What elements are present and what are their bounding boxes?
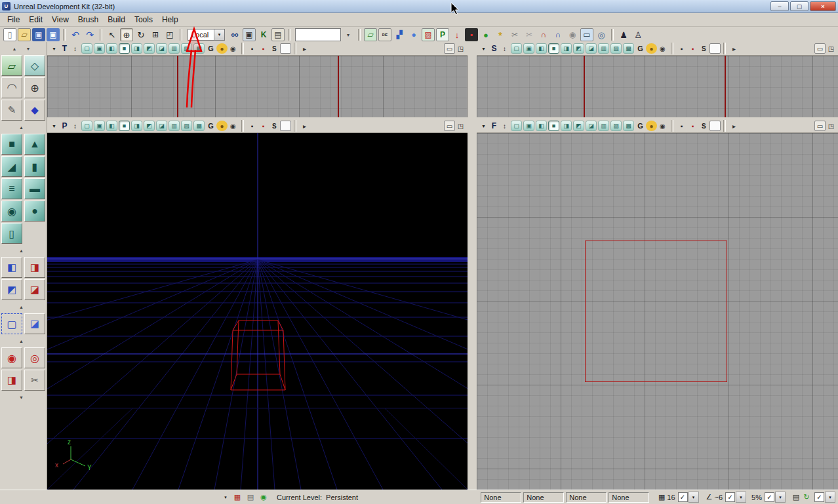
maximize-button[interactable]: ▢ xyxy=(790,1,808,11)
play-from-here-icon[interactable]: ▸ xyxy=(299,43,310,54)
play-in-editor-icon[interactable]: ♟ xyxy=(617,28,630,41)
menu-edit[interactable]: Edit xyxy=(24,14,47,25)
build-all-icon[interactable]: ▪ xyxy=(465,28,478,41)
sidebar-collapse-top[interactable]: ▲ ▼ xyxy=(0,44,47,53)
viewport-type-label-front[interactable]: F xyxy=(489,121,499,130)
realtime-icon[interactable]: ▪ xyxy=(258,121,269,131)
viewport-lock-icon[interactable]: ● xyxy=(646,121,657,131)
unlit-mode-icon[interactable]: ◧ xyxy=(536,121,547,131)
die-icon[interactable]: DIE xyxy=(378,28,391,41)
wireframe-mode-icon[interactable]: ▣ xyxy=(94,121,105,131)
camera-speed-icon[interactable]: ▤ xyxy=(791,493,801,501)
detail-lighting-mode-icon[interactable]: ◨ xyxy=(131,43,142,54)
brush-clip-button[interactable]: ✂ xyxy=(24,370,45,391)
viewport-lock-icon[interactable]: ● xyxy=(216,43,228,54)
build-paths-icon[interactable]: ▨ xyxy=(422,28,435,41)
actor-snap-icon[interactable]: ∩ xyxy=(537,28,550,41)
open-content-icon[interactable]: ▱ xyxy=(364,28,377,41)
float-viewport-button[interactable]: ◳ xyxy=(826,121,837,131)
wireframe-mode-icon[interactable]: ▣ xyxy=(523,121,534,131)
build-geometry-icon[interactable]: ▞ xyxy=(393,28,406,41)
maximize-viewport-button[interactable]: ▭ xyxy=(814,121,826,131)
scale-tool-icon[interactable]: ⊞ xyxy=(149,28,162,41)
build-all-submit-icon[interactable]: ● xyxy=(479,28,492,41)
lock-selected-to-camera-icon[interactable]: S xyxy=(698,43,709,54)
brush-wireframe-mode-icon[interactable]: ▢ xyxy=(81,121,92,131)
unreal-frontend-icon[interactable]: ▣ xyxy=(243,28,256,41)
viewport-menu-icon[interactable]: ▼ xyxy=(49,47,60,51)
coord-system-dropdown-icon[interactable]: ▼ xyxy=(214,29,224,40)
game-view-icon[interactable]: G xyxy=(205,121,216,131)
find-actors-icon[interactable]: oo xyxy=(228,28,241,41)
unlit-mode-icon[interactable]: ◧ xyxy=(106,43,117,54)
csg-deintersect-button[interactable]: ◪ xyxy=(24,279,45,300)
select-semisolid-button[interactable]: ◨ xyxy=(1,370,22,391)
rotation-grid-checkbox[interactable]: ✓ xyxy=(725,492,735,502)
open-level-icon[interactable]: ▱ xyxy=(18,28,31,41)
realtime-icon[interactable]: ▪ xyxy=(687,43,698,54)
viewport-canvas-side[interactable] xyxy=(477,56,838,117)
geometry-mode-button[interactable]: ✎ xyxy=(1,100,22,121)
sheet-builder-button[interactable]: ▬ xyxy=(24,178,45,199)
monitor-icon[interactable]: ▭ xyxy=(580,28,593,41)
scale-snap-checkbox[interactable]: ✓ xyxy=(765,492,774,502)
minimize-button[interactable]: – xyxy=(770,1,789,11)
float-viewport-button[interactable]: ◳ xyxy=(455,121,466,131)
rotation-grid-dropdown[interactable]: ▼ xyxy=(736,492,746,503)
brush-wireframe-mode-icon[interactable]: ▢ xyxy=(511,43,522,54)
camera-lock-icon[interactable]: ▪ xyxy=(247,43,258,54)
light-complexity-mode-icon[interactable]: ◪ xyxy=(586,121,597,131)
add-special-brush-button[interactable]: ◉ xyxy=(1,347,22,368)
play-from-here-icon[interactable]: ▸ xyxy=(728,121,740,131)
menu-build[interactable]: Build xyxy=(103,14,130,25)
lightmass-icon[interactable]: * xyxy=(494,28,507,41)
autosave-checkbox[interactable]: ✓ xyxy=(814,492,824,502)
section-toggle-csg[interactable]: ▲ xyxy=(0,246,47,255)
drag-grid-dropdown[interactable]: ▼ xyxy=(688,492,699,503)
camera-joystick-icon[interactable]: ↕ xyxy=(70,43,81,54)
new-level-icon[interactable]: ▯ xyxy=(3,28,16,41)
kismet-icon[interactable]: K xyxy=(257,28,270,41)
status-volume-icon[interactable]: ▤ xyxy=(245,492,256,503)
translate-tool-icon[interactable]: ⊕ xyxy=(120,28,133,41)
detail-lighting-mode-icon[interactable]: ◨ xyxy=(561,121,572,131)
csg-add-button[interactable]: ◧ xyxy=(1,257,22,278)
add-volume-button[interactable]: ◎ xyxy=(24,347,45,368)
play-from-here-icon[interactable]: ▸ xyxy=(299,121,310,131)
linear-stairs-builder-button[interactable]: ≡ xyxy=(1,178,22,199)
lighting-only-mode-icon[interactable]: ◩ xyxy=(144,121,155,131)
vertex-snap-icon[interactable]: ∩ xyxy=(551,28,565,41)
lock-selected-to-camera-icon[interactable]: S xyxy=(698,121,709,131)
sidebar-collapse-bottom[interactable]: ▼ xyxy=(0,393,47,402)
scale-nonuniform-tool-icon[interactable]: ◰ xyxy=(163,28,176,41)
shader-complexity-mode-icon[interactable]: ▨ xyxy=(181,121,192,131)
menu-tools[interactable]: Tools xyxy=(130,14,157,25)
show-flags-eye-icon[interactable]: ◉ xyxy=(657,43,668,54)
menu-brush[interactable]: Brush xyxy=(73,14,103,25)
unlit-mode-icon[interactable]: ◧ xyxy=(106,121,117,131)
coord-system-select[interactable]: Local ▼ xyxy=(188,29,225,41)
toolbar-search-input[interactable] xyxy=(295,28,341,41)
section-toggle-select[interactable]: ▲ xyxy=(0,302,47,311)
shader-complexity-mode-icon[interactable]: ▨ xyxy=(181,43,192,54)
status-dropdown-icon[interactable]: ▼ xyxy=(220,492,231,503)
shader-complexity-mode-icon[interactable]: ▨ xyxy=(610,43,622,54)
lit-mode-icon[interactable]: ■ xyxy=(548,121,559,131)
viewport-menu-icon[interactable]: ▼ xyxy=(49,124,60,128)
cone-builder-button[interactable]: ▲ xyxy=(24,134,45,155)
light-complexity-mode-icon[interactable]: ◪ xyxy=(586,43,597,54)
menu-help[interactable]: Help xyxy=(157,14,183,25)
close-button[interactable]: × xyxy=(810,1,836,11)
drag-grid-checkbox[interactable]: ✓ xyxy=(678,492,688,502)
sphere-builder-button[interactable]: ● xyxy=(24,201,45,222)
build-lighting-icon[interactable]: ● xyxy=(407,28,420,41)
cut-icon[interactable]: ✂ xyxy=(508,28,521,41)
camera-joystick-icon[interactable]: ↕ xyxy=(499,121,510,131)
float-viewport-button[interactable]: ◳ xyxy=(826,43,837,54)
autosave-dropdown[interactable]: ▼ xyxy=(825,492,835,503)
publish-level-icon[interactable]: P xyxy=(436,28,449,41)
select-tool-icon[interactable]: ↖ xyxy=(106,28,119,41)
float-viewport-button[interactable]: ◳ xyxy=(455,43,466,54)
viewport-canvas-front[interactable] xyxy=(477,133,838,490)
cube-builder-button[interactable]: ■ xyxy=(1,134,22,155)
